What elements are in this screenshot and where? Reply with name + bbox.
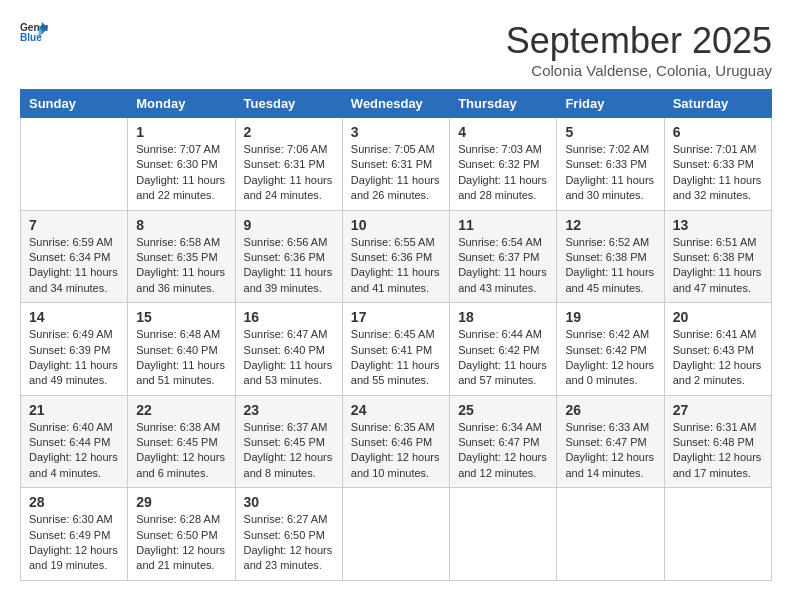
calendar-cell: 10Sunrise: 6:55 AMSunset: 6:36 PMDayligh… xyxy=(342,210,449,303)
day-info: Sunrise: 7:01 AMSunset: 6:33 PMDaylight:… xyxy=(673,142,763,204)
day-info: Sunrise: 6:47 AMSunset: 6:40 PMDaylight:… xyxy=(244,327,334,389)
calendar-cell: 26Sunrise: 6:33 AMSunset: 6:47 PMDayligh… xyxy=(557,395,664,488)
header-row: SundayMondayTuesdayWednesdayThursdayFrid… xyxy=(21,90,772,118)
day-number: 14 xyxy=(29,309,119,325)
day-info: Sunrise: 6:55 AMSunset: 6:36 PMDaylight:… xyxy=(351,235,441,297)
calendar-cell: 21Sunrise: 6:40 AMSunset: 6:44 PMDayligh… xyxy=(21,395,128,488)
logo: General Blue xyxy=(20,20,48,44)
day-info: Sunrise: 6:56 AMSunset: 6:36 PMDaylight:… xyxy=(244,235,334,297)
day-info: Sunrise: 6:38 AMSunset: 6:45 PMDaylight:… xyxy=(136,420,226,482)
calendar-cell: 19Sunrise: 6:42 AMSunset: 6:42 PMDayligh… xyxy=(557,303,664,396)
day-number: 24 xyxy=(351,402,441,418)
calendar-cell: 7Sunrise: 6:59 AMSunset: 6:34 PMDaylight… xyxy=(21,210,128,303)
calendar-cell xyxy=(557,488,664,581)
day-info: Sunrise: 6:49 AMSunset: 6:39 PMDaylight:… xyxy=(29,327,119,389)
week-row: 28Sunrise: 6:30 AMSunset: 6:49 PMDayligh… xyxy=(21,488,772,581)
day-header-friday: Friday xyxy=(557,90,664,118)
calendar-cell: 15Sunrise: 6:48 AMSunset: 6:40 PMDayligh… xyxy=(128,303,235,396)
day-number: 16 xyxy=(244,309,334,325)
calendar-cell xyxy=(21,118,128,211)
day-info: Sunrise: 6:28 AMSunset: 6:50 PMDaylight:… xyxy=(136,512,226,574)
day-number: 5 xyxy=(565,124,655,140)
calendar-cell: 12Sunrise: 6:52 AMSunset: 6:38 PMDayligh… xyxy=(557,210,664,303)
calendar-cell: 18Sunrise: 6:44 AMSunset: 6:42 PMDayligh… xyxy=(450,303,557,396)
calendar-cell: 27Sunrise: 6:31 AMSunset: 6:48 PMDayligh… xyxy=(664,395,771,488)
day-number: 10 xyxy=(351,217,441,233)
day-number: 25 xyxy=(458,402,548,418)
day-header-monday: Monday xyxy=(128,90,235,118)
day-number: 26 xyxy=(565,402,655,418)
calendar-cell: 16Sunrise: 6:47 AMSunset: 6:40 PMDayligh… xyxy=(235,303,342,396)
calendar-cell: 20Sunrise: 6:41 AMSunset: 6:43 PMDayligh… xyxy=(664,303,771,396)
day-number: 29 xyxy=(136,494,226,510)
day-info: Sunrise: 6:48 AMSunset: 6:40 PMDaylight:… xyxy=(136,327,226,389)
day-number: 21 xyxy=(29,402,119,418)
calendar-cell xyxy=(664,488,771,581)
day-info: Sunrise: 6:35 AMSunset: 6:46 PMDaylight:… xyxy=(351,420,441,482)
week-row: 1Sunrise: 7:07 AMSunset: 6:30 PMDaylight… xyxy=(21,118,772,211)
day-info: Sunrise: 6:33 AMSunset: 6:47 PMDaylight:… xyxy=(565,420,655,482)
day-info: Sunrise: 6:45 AMSunset: 6:41 PMDaylight:… xyxy=(351,327,441,389)
calendar-cell: 22Sunrise: 6:38 AMSunset: 6:45 PMDayligh… xyxy=(128,395,235,488)
day-number: 1 xyxy=(136,124,226,140)
calendar-cell: 2Sunrise: 7:06 AMSunset: 6:31 PMDaylight… xyxy=(235,118,342,211)
day-header-saturday: Saturday xyxy=(664,90,771,118)
day-number: 3 xyxy=(351,124,441,140)
day-number: 19 xyxy=(565,309,655,325)
day-number: 18 xyxy=(458,309,548,325)
day-number: 22 xyxy=(136,402,226,418)
day-number: 8 xyxy=(136,217,226,233)
day-number: 11 xyxy=(458,217,548,233)
day-number: 12 xyxy=(565,217,655,233)
calendar-table: SundayMondayTuesdayWednesdayThursdayFrid… xyxy=(20,89,772,581)
day-number: 7 xyxy=(29,217,119,233)
day-info: Sunrise: 6:27 AMSunset: 6:50 PMDaylight:… xyxy=(244,512,334,574)
day-info: Sunrise: 6:54 AMSunset: 6:37 PMDaylight:… xyxy=(458,235,548,297)
page-header: General Blue September 2025 Colonia Vald… xyxy=(20,20,772,79)
day-info: Sunrise: 6:59 AMSunset: 6:34 PMDaylight:… xyxy=(29,235,119,297)
calendar-cell: 30Sunrise: 6:27 AMSunset: 6:50 PMDayligh… xyxy=(235,488,342,581)
day-header-thursday: Thursday xyxy=(450,90,557,118)
calendar-cell: 9Sunrise: 6:56 AMSunset: 6:36 PMDaylight… xyxy=(235,210,342,303)
day-header-wednesday: Wednesday xyxy=(342,90,449,118)
day-info: Sunrise: 7:06 AMSunset: 6:31 PMDaylight:… xyxy=(244,142,334,204)
day-number: 20 xyxy=(673,309,763,325)
calendar-cell xyxy=(342,488,449,581)
day-number: 23 xyxy=(244,402,334,418)
day-header-tuesday: Tuesday xyxy=(235,90,342,118)
day-number: 27 xyxy=(673,402,763,418)
calendar-cell xyxy=(450,488,557,581)
day-info: Sunrise: 6:37 AMSunset: 6:45 PMDaylight:… xyxy=(244,420,334,482)
day-number: 17 xyxy=(351,309,441,325)
day-info: Sunrise: 6:52 AMSunset: 6:38 PMDaylight:… xyxy=(565,235,655,297)
day-number: 15 xyxy=(136,309,226,325)
day-info: Sunrise: 6:40 AMSunset: 6:44 PMDaylight:… xyxy=(29,420,119,482)
day-info: Sunrise: 7:05 AMSunset: 6:31 PMDaylight:… xyxy=(351,142,441,204)
calendar-cell: 6Sunrise: 7:01 AMSunset: 6:33 PMDaylight… xyxy=(664,118,771,211)
calendar-cell: 3Sunrise: 7:05 AMSunset: 6:31 PMDaylight… xyxy=(342,118,449,211)
day-number: 2 xyxy=(244,124,334,140)
day-info: Sunrise: 7:03 AMSunset: 6:32 PMDaylight:… xyxy=(458,142,548,204)
calendar-cell: 25Sunrise: 6:34 AMSunset: 6:47 PMDayligh… xyxy=(450,395,557,488)
day-number: 4 xyxy=(458,124,548,140)
week-row: 7Sunrise: 6:59 AMSunset: 6:34 PMDaylight… xyxy=(21,210,772,303)
week-row: 21Sunrise: 6:40 AMSunset: 6:44 PMDayligh… xyxy=(21,395,772,488)
day-header-sunday: Sunday xyxy=(21,90,128,118)
calendar-cell: 14Sunrise: 6:49 AMSunset: 6:39 PMDayligh… xyxy=(21,303,128,396)
day-number: 30 xyxy=(244,494,334,510)
day-info: Sunrise: 6:34 AMSunset: 6:47 PMDaylight:… xyxy=(458,420,548,482)
calendar-cell: 1Sunrise: 7:07 AMSunset: 6:30 PMDaylight… xyxy=(128,118,235,211)
day-number: 13 xyxy=(673,217,763,233)
day-info: Sunrise: 6:51 AMSunset: 6:38 PMDaylight:… xyxy=(673,235,763,297)
calendar-cell: 4Sunrise: 7:03 AMSunset: 6:32 PMDaylight… xyxy=(450,118,557,211)
day-info: Sunrise: 6:58 AMSunset: 6:35 PMDaylight:… xyxy=(136,235,226,297)
week-row: 14Sunrise: 6:49 AMSunset: 6:39 PMDayligh… xyxy=(21,303,772,396)
day-number: 9 xyxy=(244,217,334,233)
calendar-cell: 23Sunrise: 6:37 AMSunset: 6:45 PMDayligh… xyxy=(235,395,342,488)
day-number: 6 xyxy=(673,124,763,140)
location-subtitle: Colonia Valdense, Colonia, Uruguay xyxy=(506,62,772,79)
day-info: Sunrise: 6:30 AMSunset: 6:49 PMDaylight:… xyxy=(29,512,119,574)
calendar-cell: 28Sunrise: 6:30 AMSunset: 6:49 PMDayligh… xyxy=(21,488,128,581)
day-info: Sunrise: 6:41 AMSunset: 6:43 PMDaylight:… xyxy=(673,327,763,389)
day-info: Sunrise: 7:02 AMSunset: 6:33 PMDaylight:… xyxy=(565,142,655,204)
